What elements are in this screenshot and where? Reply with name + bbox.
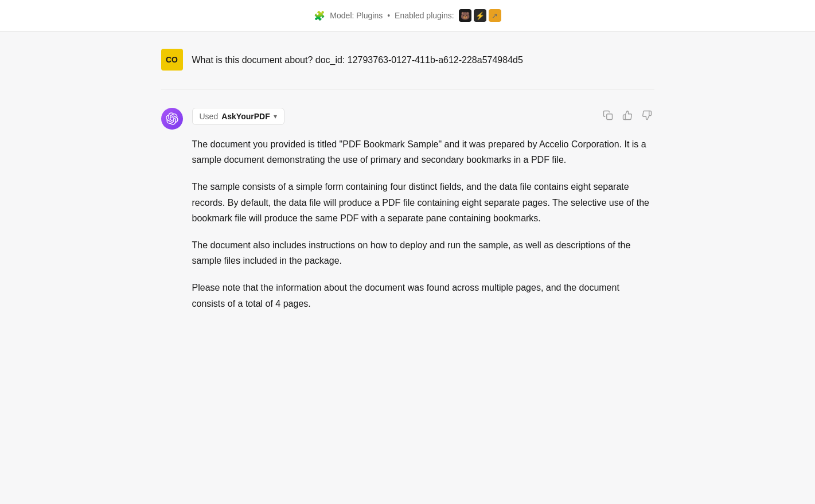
copy-icon <box>603 110 613 120</box>
plugin-icon-1[interactable]: 🐻 <box>459 9 471 22</box>
top-bar: 🧩 Model: Plugins • Enabled plugins: 🐻 ⚡ … <box>0 0 815 32</box>
enabled-label: Enabled plugins: <box>395 11 454 20</box>
copy-button[interactable] <box>600 108 615 123</box>
ai-paragraph-2: The sample consists of a simple form con… <box>192 179 654 226</box>
chevron-down-icon: ▾ <box>274 112 277 120</box>
ai-avatar <box>161 108 183 130</box>
ai-message: Used AskYourPDF ▾ The document you provi… <box>161 108 654 311</box>
user-avatar: CO <box>161 49 183 71</box>
ai-logo-icon <box>166 112 178 125</box>
thumbs-down-icon <box>642 110 652 120</box>
plugin-name: AskYourPDF <box>221 112 270 121</box>
plugin-used-badge[interactable]: Used AskYourPDF ▾ <box>192 108 284 125</box>
ai-paragraph-3: The document also includes instructions … <box>192 237 654 268</box>
thumbs-down-button[interactable] <box>639 108 654 123</box>
main-content: CO What is this document about? doc_id: … <box>150 32 666 329</box>
thumbs-up-button[interactable] <box>620 108 635 123</box>
puzzle-icon: 🧩 <box>314 10 325 21</box>
avatar-initials: CO <box>166 55 178 64</box>
ai-paragraph-1: The document you provided is titled "PDF… <box>192 136 654 167</box>
ai-response-text: The document you provided is titled "PDF… <box>192 136 654 311</box>
plugin-icon-2[interactable]: ⚡ <box>474 9 486 22</box>
top-bar-content: 🧩 Model: Plugins • Enabled plugins: 🐻 ⚡ … <box>314 9 501 22</box>
used-label: Used <box>200 112 219 121</box>
model-label: Model: Plugins <box>330 11 383 20</box>
action-icons <box>600 108 654 123</box>
plugin-icons: 🐻 ⚡ ↗ <box>459 9 501 22</box>
ai-message-body: Used AskYourPDF ▾ The document you provi… <box>192 108 654 311</box>
thumbs-up-icon <box>622 110 633 120</box>
svg-rect-0 <box>606 114 612 120</box>
user-message: CO What is this document about? doc_id: … <box>161 49 654 89</box>
user-message-text: What is this document about? doc_id: 127… <box>192 49 523 67</box>
plugin-icon-3[interactable]: ↗ <box>489 9 501 22</box>
separator: • <box>387 11 390 20</box>
ai-paragraph-4: Please note that the information about t… <box>192 280 654 311</box>
